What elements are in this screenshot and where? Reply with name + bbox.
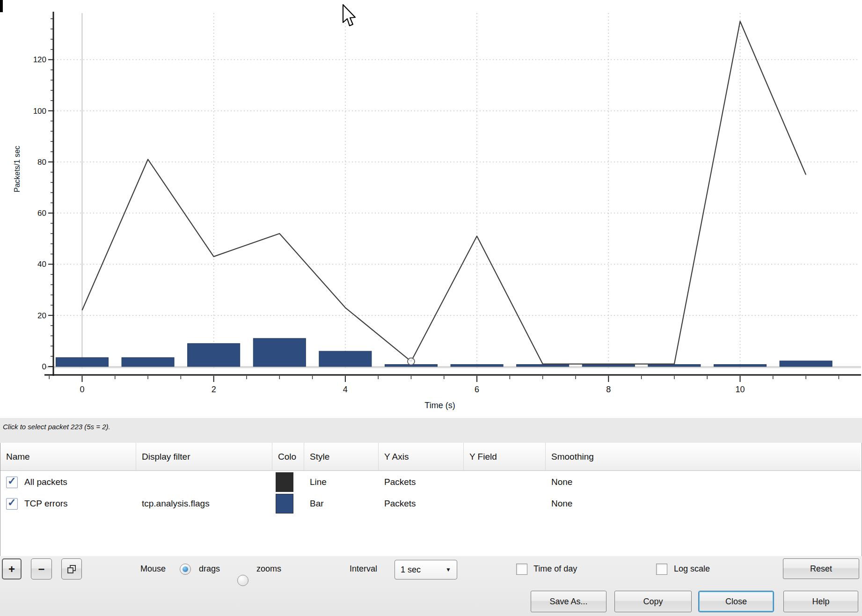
column-header-y-axis[interactable]: Y Axis bbox=[379, 443, 464, 471]
chevron-down-icon: ▼ bbox=[446, 566, 451, 573]
series-smoothing[interactable]: None bbox=[546, 493, 861, 514]
series-name: All packets bbox=[24, 477, 67, 487]
table-row-all-packets[interactable]: ✓ All packets Line Packets None bbox=[0, 471, 861, 493]
svg-text:60: 60 bbox=[37, 209, 46, 218]
save-as-button[interactable]: Save As... bbox=[531, 591, 606, 612]
series-style[interactable]: Bar bbox=[304, 493, 379, 514]
add-graph-button[interactable]: + bbox=[2, 558, 22, 579]
log-scale-label[interactable]: Log scale bbox=[674, 564, 710, 574]
close-button[interactable]: Close bbox=[698, 591, 774, 612]
svg-text:40: 40 bbox=[37, 260, 46, 269]
mouse-drags-radio[interactable] bbox=[180, 564, 191, 575]
svg-text:100: 100 bbox=[33, 107, 46, 116]
controls-panel: + − Mouse drags zooms Interval 1 sec ▼ T… bbox=[0, 556, 862, 616]
remove-graph-button[interactable]: − bbox=[31, 558, 52, 579]
duplicate-graph-button[interactable] bbox=[61, 558, 82, 579]
series-y-field[interactable] bbox=[464, 493, 546, 514]
copy-icon bbox=[67, 565, 76, 573]
svg-text:6: 6 bbox=[475, 385, 479, 394]
column-header-name[interactable]: Name bbox=[0, 443, 136, 471]
svg-text:80: 80 bbox=[37, 158, 46, 167]
series-y-axis[interactable]: Packets bbox=[379, 471, 464, 493]
mouse-zooms-radio[interactable] bbox=[237, 575, 248, 586]
svg-text:10: 10 bbox=[735, 385, 745, 394]
log-scale-checkbox[interactable] bbox=[656, 564, 667, 575]
series-y-field[interactable] bbox=[464, 471, 546, 493]
svg-text:120: 120 bbox=[33, 55, 46, 64]
graph-series-table: Name Display filter Colo Style Y Axis Y … bbox=[0, 443, 862, 557]
series-color-swatch[interactable] bbox=[276, 472, 293, 492]
series-display-filter[interactable] bbox=[136, 471, 272, 493]
column-header-y-field[interactable]: Y Field bbox=[464, 443, 546, 471]
column-header-color[interactable]: Colo bbox=[272, 443, 304, 471]
row-enabled-checkbox[interactable]: ✓ bbox=[6, 477, 18, 488]
time-of-day-label[interactable]: Time of day bbox=[533, 564, 577, 574]
svg-text:0: 0 bbox=[42, 362, 46, 371]
mouse-zooms-label[interactable]: zooms bbox=[256, 564, 281, 574]
interval-label: Interval bbox=[350, 564, 377, 574]
hint-status-bar: Click to select packet 223 (5s = 2). bbox=[0, 418, 862, 443]
mouse-drags-label[interactable]: drags bbox=[199, 564, 220, 574]
series-name: TCP errors bbox=[24, 499, 68, 509]
y-axis-label: Packets/1 sec bbox=[13, 134, 22, 204]
interval-dropdown[interactable]: 1 sec ▼ bbox=[394, 560, 457, 579]
help-button[interactable]: Help bbox=[783, 591, 858, 612]
svg-text:8: 8 bbox=[606, 385, 611, 394]
series-style[interactable]: Line bbox=[304, 471, 379, 493]
series-smoothing[interactable]: None bbox=[546, 471, 861, 493]
copy-button[interactable]: Copy bbox=[614, 591, 692, 612]
io-graph-plot[interactable]: 0204060801001200246810Time (s) bbox=[0, 0, 862, 418]
time-of-day-checkbox[interactable] bbox=[516, 564, 527, 575]
window-edge-artifact bbox=[0, 0, 3, 12]
row-enabled-checkbox[interactable]: ✓ bbox=[6, 498, 18, 510]
interval-value: 1 sec bbox=[401, 565, 421, 575]
svg-text:4: 4 bbox=[343, 385, 348, 394]
table-row-tcp-errors[interactable]: ✓ TCP errors tcp.analysis.flags Bar Pack… bbox=[0, 493, 861, 514]
check-icon: ✓ bbox=[7, 497, 16, 509]
series-y-axis[interactable]: Packets bbox=[379, 493, 464, 514]
series-color-swatch[interactable] bbox=[276, 494, 293, 513]
column-header-smoothing[interactable]: Smoothing bbox=[546, 443, 861, 471]
svg-text:20: 20 bbox=[37, 311, 46, 320]
svg-text:Time (s): Time (s) bbox=[424, 401, 455, 410]
mouse-cursor-icon bbox=[342, 4, 360, 29]
svg-text:2: 2 bbox=[212, 385, 216, 394]
svg-text:0: 0 bbox=[80, 385, 84, 394]
column-header-display-filter[interactable]: Display filter bbox=[136, 443, 272, 471]
hint-status-text: Click to select packet 223 (5s = 2). bbox=[3, 423, 110, 431]
io-graph-chart-area[interactable]: 0204060801001200246810Time (s) Packets/1… bbox=[0, 0, 862, 418]
reset-button[interactable]: Reset bbox=[783, 558, 859, 579]
column-header-style[interactable]: Style bbox=[304, 443, 379, 471]
check-icon: ✓ bbox=[7, 475, 16, 487]
mouse-label: Mouse bbox=[140, 564, 166, 574]
series-display-filter[interactable]: tcp.analysis.flags bbox=[136, 493, 272, 514]
